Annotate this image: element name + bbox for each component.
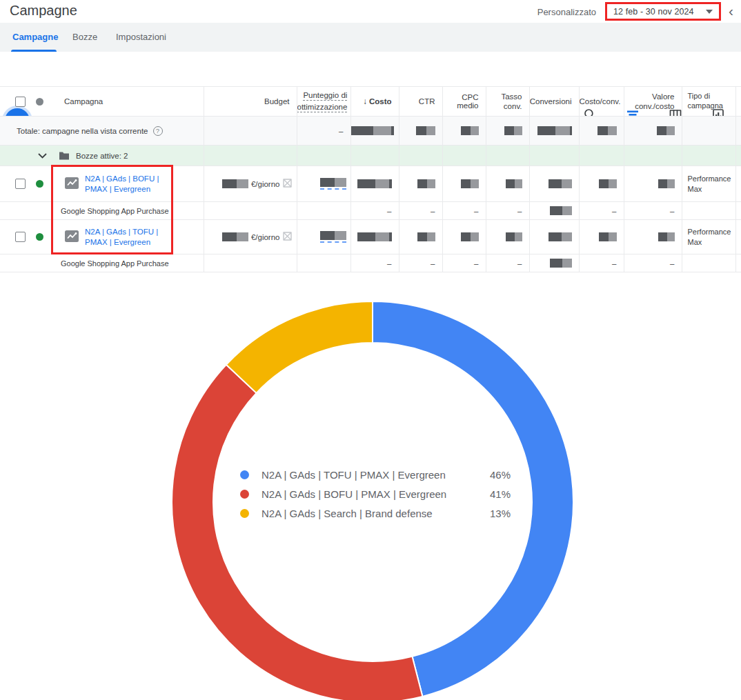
- redacted-value-bar: [597, 126, 617, 135]
- legend-label: N2A | GAds | BOFU | PMAX | Evergreen: [261, 488, 477, 500]
- legend-percent: 41%: [477, 488, 511, 500]
- legend-dot-red: [240, 490, 249, 499]
- status-enabled-dot[interactable]: [36, 180, 43, 188]
- redacted-value-bar: [417, 179, 435, 188]
- google-ads-campaigns-page: Campagne Personalizzato 12 feb - 30 nov …: [0, 0, 741, 700]
- toolbar: + Aggiungi filtro Cerca Segmento: [0, 52, 741, 86]
- column-header-tipo-campagna[interactable]: Tipo di campagna: [688, 92, 735, 111]
- drafts-row[interactable]: Bozze attive: 2: [0, 146, 741, 166]
- table-header-row: Campagna Budget Punteggio di ottimizzazi…: [0, 87, 741, 117]
- column-header-campagna[interactable]: Campagna: [64, 97, 103, 106]
- legend-label: N2A | GAds | TOFU | PMAX | Evergreen: [261, 469, 477, 481]
- dash-value: –: [442, 254, 486, 272]
- legend-dot-blue: [240, 470, 249, 479]
- row-checkbox[interactable]: [15, 232, 26, 242]
- subrow-label: Google Shopping App Purchase: [0, 207, 204, 215]
- subrow-label: Google Shopping App Purchase: [0, 259, 204, 268]
- date-range-type-label: Personalizzato: [537, 7, 596, 17]
- select-all-checkbox[interactable]: [15, 97, 26, 107]
- column-header-tasso-conv[interactable]: Tasso conv.: [486, 92, 522, 112]
- campaign-type: Performance Max: [682, 166, 735, 202]
- budget-unit: €/giorno: [251, 180, 280, 188]
- tab-bar: Campagne Bozze Impostazioni: [0, 23, 741, 52]
- totals-label: Totale: campagne nella vista corrente: [17, 127, 148, 135]
- redacted-value-bar: [599, 232, 617, 241]
- totals-row: Totale: campagne nella vista corrente ? …: [0, 117, 741, 146]
- tab-impostazioni[interactable]: Impostazioni: [116, 23, 166, 52]
- page-title: Campagne: [10, 3, 77, 19]
- redacted-value-bar: [504, 126, 522, 135]
- redacted-value-bar: [222, 179, 248, 188]
- column-header-conversioni[interactable]: Conversioni: [529, 87, 579, 117]
- donut-segment-1[interactable]: [172, 365, 422, 700]
- redacted-value-bar: [461, 179, 479, 188]
- optimization-score[interactable]: [320, 231, 346, 243]
- column-header-cpc[interactable]: CPC medio: [442, 87, 486, 117]
- redacted-value-bar: [658, 179, 675, 188]
- budget-crossed-icon: [282, 231, 293, 243]
- campaign-row-bofu: N2A | GAds | BOFU | PMAX | Evergreen €/g…: [0, 166, 741, 202]
- column-header-valore-conv-costo[interactable]: Valore conv./costo: [624, 92, 675, 112]
- dash-value: –: [399, 254, 442, 272]
- sort-desc-icon: ↓: [363, 97, 367, 106]
- date-range-value: 12 feb - 30 nov 2024: [613, 7, 694, 17]
- redacted-value-bar: [351, 126, 394, 135]
- redacted-value-bar: [550, 206, 572, 215]
- tab-campagne[interactable]: Campagne: [12, 23, 58, 52]
- dash-value: –: [399, 202, 442, 220]
- campaign-row-tofu: N2A | GAds | TOFU | PMAX | Evergreen €/g…: [0, 220, 741, 254]
- campaign-type: Performance Max: [682, 220, 735, 254]
- redacted-value-bar: [657, 126, 675, 135]
- help-icon[interactable]: ?: [153, 126, 163, 136]
- redacted-value-bar: [357, 179, 392, 188]
- status-enabled-dot[interactable]: [36, 233, 43, 241]
- redacted-value-bar: [549, 179, 572, 188]
- campaign-name-link[interactable]: N2A | GAds | TOFU | PMAX | Evergreen: [85, 227, 173, 248]
- tab-bozze[interactable]: Bozze: [72, 23, 97, 52]
- budget-unit: €/giorno: [251, 233, 280, 241]
- dash-value: –: [486, 254, 529, 272]
- optimization-score[interactable]: [320, 178, 346, 190]
- campaign-chart-icon: [65, 230, 79, 243]
- redacted-value-bar: [550, 259, 572, 268]
- chart-legend: N2A | GAds | TOFU | PMAX | Evergreen 46%…: [240, 465, 511, 523]
- redacted-value-bar: [658, 232, 675, 241]
- column-header-costo[interactable]: ↓Costo: [350, 87, 399, 117]
- campaigns-table: Campagna Budget Punteggio di ottimizzazi…: [0, 86, 741, 272]
- redacted-value-bar: [506, 179, 522, 188]
- redacted-value-bar: [320, 231, 346, 240]
- donut-segment-2[interactable]: [226, 301, 373, 393]
- dash-value: –: [350, 202, 399, 220]
- drafts-label: Bozze attive: 2: [76, 152, 128, 160]
- redacted-value-bar: [599, 179, 617, 188]
- totals-punteggio: –: [297, 117, 350, 146]
- legend-item: N2A | GAds | BOFU | PMAX | Evergreen 41%: [240, 484, 511, 503]
- folder-icon: [59, 151, 70, 160]
- column-header-budget[interactable]: Budget: [204, 87, 297, 117]
- status-column-icon: [36, 98, 43, 106]
- collapse-panel-icon[interactable]: ‹: [729, 3, 733, 19]
- chevron-down-icon[interactable]: [38, 153, 47, 159]
- redacted-value-bar: [416, 126, 435, 135]
- dash-value: –: [579, 254, 624, 272]
- legend-item: N2A | GAds | Search | Brand defense 13%: [240, 503, 511, 523]
- dash-value: –: [624, 254, 682, 272]
- redacted-value-bar: [549, 232, 572, 241]
- date-range-selector[interactable]: 12 feb - 30 nov 2024: [605, 2, 721, 21]
- redacted-value-bar: [461, 126, 479, 135]
- redacted-value-bar: [461, 232, 479, 241]
- campaign-name-link[interactable]: N2A | GAds | BOFU | PMAX | Evergreen: [85, 174, 173, 194]
- column-header-punteggio[interactable]: Punteggio di ottimizzazione: [297, 90, 348, 112]
- column-header-costo-conv[interactable]: Costo/conv.: [579, 87, 624, 117]
- column-header-ctr[interactable]: CTR: [399, 87, 442, 117]
- row-checkbox[interactable]: [15, 179, 26, 189]
- dash-value: –: [350, 254, 399, 272]
- campaign-chart-icon: [65, 177, 79, 190]
- dash-value: –: [442, 202, 486, 220]
- redacted-value-bar: [222, 232, 248, 241]
- redacted-value-bar: [320, 178, 346, 187]
- budget-crossed-icon: [282, 178, 293, 190]
- chevron-down-icon: [706, 10, 713, 14]
- dash-value: –: [624, 202, 682, 220]
- legend-percent: 46%: [477, 469, 511, 481]
